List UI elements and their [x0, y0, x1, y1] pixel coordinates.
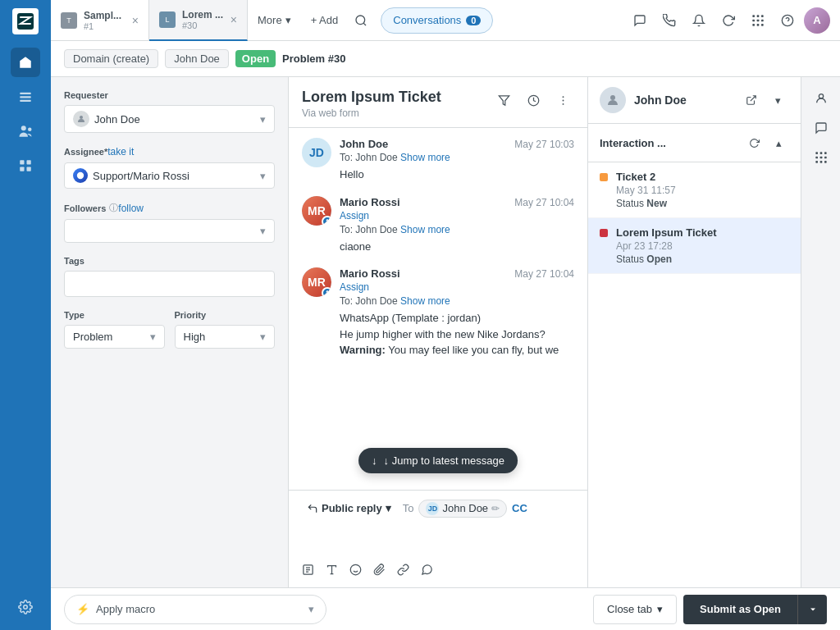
tab-sample-close[interactable]: × [132, 14, 139, 27]
svg-rect-15 [752, 19, 755, 21]
message-1-show-more[interactable]: Show more [400, 152, 450, 163]
reply-type-button[interactable]: Public reply ▾ [302, 499, 396, 518]
conversation-sidebar-icon[interactable] [808, 115, 834, 141]
user-avatar[interactable]: A [804, 7, 830, 34]
collapse-panel-icon[interactable]: ▾ [766, 89, 789, 112]
refresh-icon[interactable] [715, 7, 742, 34]
type-select[interactable]: Problem ▾ [64, 325, 165, 349]
svg-point-5 [28, 128, 32, 132]
tab-sample-title: Sampl... [84, 10, 121, 21]
help-icon[interactable] [774, 7, 801, 34]
cc-button[interactable]: CC [512, 502, 527, 514]
nav-tickets-icon[interactable] [11, 82, 40, 112]
submit-dropdown-button[interactable] [797, 595, 827, 624]
assignee-chevron-icon: ▾ [260, 170, 266, 182]
message-3-assign-link[interactable]: Assign [340, 281, 574, 293]
message-3-time: May 27 10:04 [514, 268, 574, 280]
reply-input[interactable] [302, 524, 574, 557]
macro-lightning-icon: ⚡ [76, 603, 89, 615]
reply-type-row: Public reply ▾ To JD John Doe ✏ CC [302, 499, 574, 518]
tab-lorem-close[interactable]: × [231, 13, 237, 26]
follow-link[interactable]: follow [118, 203, 144, 214]
app-logo[interactable] [12, 8, 39, 34]
svg-point-10 [24, 605, 28, 609]
interaction-item-lorem[interactable]: Lorem Ipsum Ticket Apr 23 17:28 Status O… [588, 218, 801, 274]
jump-to-latest-toast[interactable]: ↓ ↓ Jump to latest message [358, 448, 518, 473]
notifications-icon[interactable] [686, 7, 712, 34]
more-options-icon[interactable] [551, 89, 574, 112]
tab-sample[interactable]: T Sampl... #1 × [51, 0, 149, 41]
svg-rect-12 [752, 15, 755, 17]
submit-button[interactable]: Submit as Open [683, 595, 797, 624]
priority-select[interactable]: High ▾ [175, 325, 276, 349]
followers-row: Followers ⓘ [64, 202, 118, 214]
svg-point-29 [326, 219, 329, 221]
svg-rect-14 [761, 15, 764, 17]
type-label: Type [64, 310, 165, 320]
emoji-icon[interactable] [349, 564, 362, 579]
search-icon[interactable] [348, 7, 374, 34]
apps-sidebar-icon[interactable] [808, 144, 834, 171]
message-2-assign-link[interactable]: Assign [340, 210, 574, 221]
apps-icon[interactable] [745, 7, 771, 34]
message-2-avatar: MR [302, 196, 331, 226]
requester-select[interactable]: John Doe ▾ [64, 105, 275, 133]
format-icon[interactable] [302, 564, 314, 579]
message-3-avatar: MR [302, 267, 331, 297]
followers-info-icon[interactable]: ⓘ [109, 202, 118, 214]
take-it-link[interactable]: take it [107, 146, 134, 158]
priority-section: Priority High ▾ [175, 310, 276, 349]
conversations-button[interactable]: Conversations 0 [381, 7, 493, 34]
text-format-icon[interactable] [326, 564, 338, 579]
compose-icon[interactable] [627, 7, 653, 34]
refresh-interactions-icon[interactable] [743, 132, 765, 153]
right-panel-icons: ▾ [740, 89, 789, 112]
svg-marker-24 [499, 95, 509, 104]
svg-rect-40 [824, 157, 827, 159]
apply-macro-button[interactable]: ⚡ Apply macro ▾ [64, 595, 326, 624]
reply-to-label: To [403, 502, 414, 514]
add-tab-button[interactable]: + Add [301, 0, 349, 41]
message-2-to: To: John Doe Show more [340, 224, 574, 235]
reply-to-edit-icon[interactable]: ✏ [491, 503, 500, 514]
collapse-interactions-icon[interactable]: ▴ [768, 132, 789, 153]
tags-section: Tags [64, 256, 275, 297]
conversation-header: Lorem Ipsum Ticket Via web form [289, 77, 587, 128]
more-tabs-button[interactable]: More ▾ [248, 0, 301, 41]
interaction-icons: ▴ [743, 132, 789, 153]
tags-input[interactable] [64, 271, 275, 297]
history-icon[interactable] [522, 89, 545, 112]
attachment-icon[interactable] [373, 564, 386, 579]
reply-type-label: Public reply [322, 502, 382, 514]
phone-icon[interactable] [656, 7, 682, 34]
breadcrumb-domain[interactable]: Domain (create) [64, 49, 158, 68]
external-link-icon[interactable] [740, 89, 763, 112]
interaction-list: Ticket 2 May 31 11:57 Status New Lorem I… [588, 162, 801, 587]
interaction-content-lorem: Lorem Ipsum Ticket Apr 23 17:28 Status O… [616, 226, 789, 265]
interaction-item-ticket2[interactable]: Ticket 2 May 31 11:57 Status New [588, 162, 801, 218]
close-tab-button[interactable]: Close tab ▾ [593, 595, 677, 624]
message-2-author: Mario Rossi [340, 196, 400, 208]
breadcrumb-user[interactable]: John Doe [165, 49, 229, 68]
followers-select[interactable]: ▾ [64, 219, 275, 243]
assignee-section: Assignee* take it Support/Mario Rossi ▾ [64, 146, 275, 189]
nav-settings-icon[interactable] [11, 592, 40, 622]
link-icon[interactable] [397, 564, 409, 579]
tags-label: Tags [64, 256, 275, 266]
message-2-show-more[interactable]: Show more [400, 224, 450, 235]
nav-home-icon[interactable] [11, 48, 40, 77]
close-tab-chevron-icon: ▾ [657, 603, 663, 615]
message-1-time: May 27 10:03 [514, 139, 574, 150]
message-3-show-more[interactable]: Show more [400, 295, 450, 307]
assignee-select[interactable]: Support/Mario Rossi ▾ [64, 162, 275, 189]
user-profile-icon[interactable] [808, 85, 834, 112]
tab-lorem[interactable]: L Lorem ... #30 × [149, 0, 248, 41]
nav-reports-icon[interactable] [11, 185, 40, 215]
jump-down-icon: ↓ [372, 454, 377, 467]
svg-rect-42 [819, 161, 822, 163]
whatsapp-icon[interactable] [421, 564, 433, 579]
nav-grid-icon[interactable] [11, 151, 40, 180]
svg-point-28 [562, 103, 564, 104]
nav-users-icon[interactable] [11, 116, 40, 146]
filter-icon[interactable] [492, 89, 515, 112]
